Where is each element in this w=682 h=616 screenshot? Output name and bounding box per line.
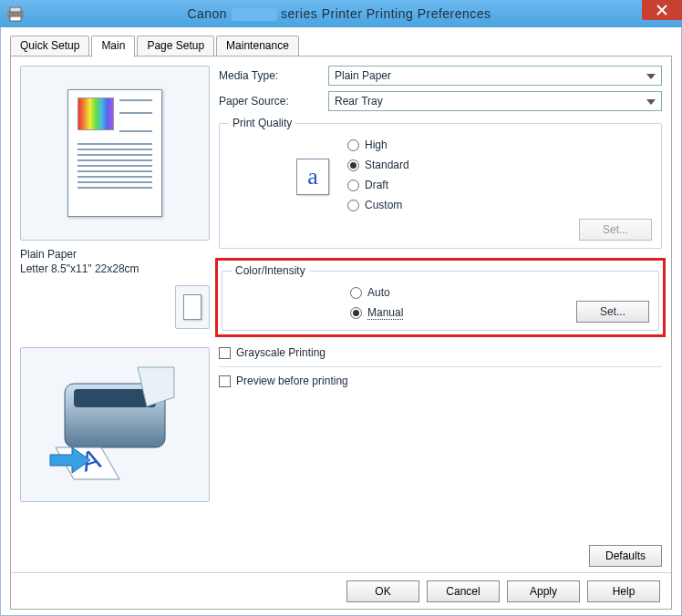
printer-illustration: A xyxy=(20,347,210,502)
cancel-button[interactable]: Cancel xyxy=(427,580,500,602)
tab-maintenance[interactable]: Maintenance xyxy=(216,36,299,57)
dialog-button-bar: OK Cancel Apply Help xyxy=(11,572,671,609)
ok-button[interactable]: OK xyxy=(346,580,419,602)
color-manual-radio[interactable]: Manual xyxy=(350,303,576,323)
page-preview xyxy=(20,66,210,241)
redacted-model xyxy=(232,8,277,21)
printer-icon xyxy=(5,5,26,22)
color-set-button[interactable]: Set... xyxy=(576,301,649,323)
paper-source-combo[interactable]: Rear Tray xyxy=(328,91,662,111)
separator xyxy=(219,366,662,367)
color-auto-radio[interactable]: Auto xyxy=(350,282,576,303)
tab-strip: Quick Setup Main Page Setup Maintenance xyxy=(10,35,672,56)
tab-page-setup[interactable]: Page Setup xyxy=(137,36,214,57)
apply-button[interactable]: Apply xyxy=(507,580,580,602)
title-bar: Canon series Printer Printing Preference… xyxy=(0,0,682,27)
color-intensity-legend: Color/Intensity xyxy=(232,264,309,277)
close-button[interactable] xyxy=(642,0,682,20)
tab-panel-main: Plain Paper Letter 8.5"x11" 22x28cm xyxy=(10,56,672,610)
tab-main[interactable]: Main xyxy=(91,36,135,57)
preview-media-label: Plain Paper xyxy=(20,248,210,262)
svg-rect-1 xyxy=(10,7,21,12)
orientation-thumb[interactable] xyxy=(175,285,210,329)
color-intensity-highlight: Color/Intensity Auto Manual Set... xyxy=(215,258,666,337)
tab-quick-setup[interactable]: Quick Setup xyxy=(10,36,89,57)
quality-custom-radio[interactable]: Custom xyxy=(347,195,652,215)
svg-rect-2 xyxy=(10,16,21,21)
quality-draft-radio[interactable]: Draft xyxy=(347,175,652,195)
quality-set-button: Set... xyxy=(579,219,652,241)
window-title: Canon series Printer Printing Preference… xyxy=(33,6,682,21)
preview-before-printing-checkbox[interactable]: Preview before printing xyxy=(219,375,662,387)
quality-high-radio[interactable]: High xyxy=(347,135,652,155)
preview-size-label: Letter 8.5"x11" 22x28cm xyxy=(20,262,210,277)
media-type-combo[interactable]: Plain Paper xyxy=(328,66,662,86)
help-button[interactable]: Help xyxy=(587,580,660,602)
paper-source-label: Paper Source: xyxy=(219,95,328,108)
color-intensity-group: Color/Intensity Auto Manual Set... xyxy=(222,264,659,331)
print-quality-group: Print Quality a High Standard Draft Cust… xyxy=(219,117,662,249)
quality-standard-radio[interactable]: Standard xyxy=(347,155,652,175)
defaults-button[interactable]: Defaults xyxy=(589,545,662,567)
grayscale-checkbox[interactable]: Grayscale Printing xyxy=(219,346,662,359)
print-quality-legend: Print Quality xyxy=(229,117,295,129)
media-type-label: Media Type: xyxy=(219,69,328,82)
quality-sample-icon: a xyxy=(296,159,329,195)
